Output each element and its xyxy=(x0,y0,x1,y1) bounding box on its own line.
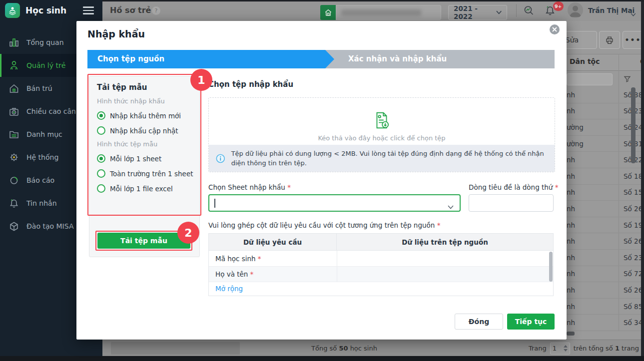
table-row: nhSố 192 xyxy=(567,217,644,234)
modal-title: Nhập khẩu xyxy=(87,28,145,39)
topbar: Hồ sơ trẻ ? 2021 - 2022 9+ xyxy=(102,0,644,21)
table-row: nhSố 26 P xyxy=(567,233,644,250)
table-row: nhSố 85 P xyxy=(567,299,644,315)
folder-icon xyxy=(8,128,20,140)
stepper-arrows-icon[interactable] xyxy=(564,345,568,352)
sidebar-item-label: Tổng quan xyxy=(26,38,64,46)
window-edge-right xyxy=(641,0,644,361)
radio-icon[interactable] xyxy=(97,169,105,178)
mapping-scrollbar-thumb[interactable] xyxy=(549,252,553,282)
total-value: 50 xyxy=(339,345,348,352)
table-row: nhSố 265 xyxy=(567,201,644,217)
continue-button[interactable]: Tiếp tục xyxy=(507,314,555,330)
user-chevron-down-icon[interactable] xyxy=(631,9,636,18)
table-row: nhSố 239 xyxy=(567,250,644,266)
required-marker: * xyxy=(250,270,253,278)
mapping-table: Dữ liệu yêu cầu Dữ liệu trên tệp nguồn M… xyxy=(208,233,554,296)
medical-kit-icon xyxy=(8,105,20,117)
pagination: Trang 1 trên tổng số 1 trang xyxy=(529,340,639,357)
file-dropzone-wrap: Kéo thả vào đây hoặc click để chọn tệp T… xyxy=(208,97,555,172)
mapping-source-cell[interactable] xyxy=(337,251,553,266)
sidebar-item-label: Quản lý trẻ xyxy=(26,61,65,69)
column-source-data: Dữ liệu trên tệp nguồn xyxy=(337,234,553,250)
file-section-title: Chọn tệp nhập khẩu xyxy=(208,80,293,89)
sheet-select-label: Chọn Sheet nhập khẩu * xyxy=(208,183,291,191)
mapping-table-header: Dữ liệu yêu cầu Dữ liệu trên tệp nguồn xyxy=(209,234,553,251)
download-template-button[interactable]: Tải tệp mẫu xyxy=(97,233,190,249)
horizontal-scrollbar-thumb[interactable] xyxy=(567,332,575,336)
radio-import-new[interactable]: Nhập khẩu thêm mới xyxy=(97,111,192,120)
radio-selected-icon[interactable] xyxy=(97,111,105,120)
radio-selected-icon[interactable] xyxy=(97,154,105,163)
cube-icon xyxy=(8,220,20,232)
gear-icon xyxy=(8,151,20,163)
required-marker: * xyxy=(555,183,559,191)
status-bar: Tổng số 50 học sinh Trang 1 trên tổng số… xyxy=(102,340,644,356)
vertical-scrollbar-thumb[interactable] xyxy=(631,87,636,163)
file-info-strip: Tệp dữ liệu phải có dung lượng < 2MB. Vu… xyxy=(209,145,555,172)
radio-import-update[interactable]: Nhập khẩu cập nhật xyxy=(97,126,192,135)
info-icon xyxy=(216,153,225,164)
step-choose-source[interactable]: Chọn tệp nguồn xyxy=(87,50,334,68)
app-logo-icon xyxy=(5,3,20,18)
radio-label: Mỗi lớp 1 sheet xyxy=(110,155,161,163)
radio-label: Toàn trường trên 1 sheet xyxy=(110,170,193,178)
step-confirm-import[interactable]: Xác nhận và nhập khẩu xyxy=(315,50,555,68)
filter-funnel-icon[interactable] xyxy=(624,75,631,85)
sheet-select[interactable] xyxy=(208,194,461,212)
printer-icon xyxy=(605,35,615,45)
step-label: Xác nhận và nhập khẩu xyxy=(348,50,555,68)
sidebar-header: Học sinh xyxy=(0,0,102,21)
print-button[interactable] xyxy=(599,31,620,49)
file-info-text: Tệp dữ liệu phải có dung lượng < 2MB. Vu… xyxy=(231,149,548,168)
bg-filter-input[interactable] xyxy=(567,73,613,85)
hamburger-menu-icon[interactable] xyxy=(83,4,94,16)
more-dots-icon: ••• xyxy=(625,36,642,44)
sidebar-item-label: Tin nhắn xyxy=(26,199,57,207)
total-count: Tổng số 50 học sinh xyxy=(311,340,377,357)
radio-label: Nhập khẩu cập nhật xyxy=(110,127,178,135)
app-title: Học sinh xyxy=(25,5,66,15)
user-menu[interactable]: Trần Thị Mai xyxy=(588,0,635,21)
table-row: nhSố 72 P xyxy=(567,266,644,283)
close-button[interactable]: Đóng xyxy=(455,314,503,330)
app-root: Học sinh Tổng quan Quản lý trẻ xyxy=(0,0,644,361)
school-year-select[interactable]: 2021 - 2022 xyxy=(448,5,507,20)
required-marker: * xyxy=(258,255,261,263)
radio-icon[interactable] xyxy=(97,184,105,193)
more-button[interactable]: ••• xyxy=(623,31,644,49)
expand-link[interactable]: Mở rộng xyxy=(209,285,243,293)
search-insights-icon[interactable] xyxy=(522,4,536,19)
bar-chart-icon xyxy=(8,36,20,48)
import-type-group-label: Hình thức nhập khẩu xyxy=(97,97,192,105)
import-modal: Nhập khẩu Xác nhận và nhập khẩu Chọn tệp… xyxy=(76,21,567,340)
radio-icon[interactable] xyxy=(97,126,105,135)
school-year-value: 2021 - 2022 xyxy=(454,4,496,20)
school-name-field[interactable] xyxy=(336,5,441,20)
avatar[interactable] xyxy=(568,2,583,18)
home-button[interactable] xyxy=(320,5,336,20)
mapping-instruction: Vui lòng ghép cột dữ liệu yêu cầu với cộ… xyxy=(208,221,440,229)
wizard-steps: Xác nhận và nhập khẩu Chọn tệp nguồn xyxy=(87,50,555,68)
file-dropzone[interactable]: Kéo thả vào đây hoặc click để chọn tệp xyxy=(209,98,555,145)
help-icon[interactable]: ? xyxy=(152,6,160,15)
template-panel-title: Tải tệp mẫu xyxy=(97,83,192,92)
radio-label: Nhập khẩu thêm mới xyxy=(110,112,181,120)
header-row-input[interactable] xyxy=(469,194,554,212)
mapping-source-cell[interactable] xyxy=(337,267,553,282)
person-icon xyxy=(8,59,20,71)
page-value: 1 xyxy=(553,345,564,352)
sidebar-item-label: Báo cáo xyxy=(26,176,54,184)
page-label: Trang xyxy=(529,345,547,352)
radio-whole-school-one-sheet[interactable]: Toàn trường trên 1 sheet xyxy=(97,169,192,178)
bg-column-dan-toc: Dân tộc xyxy=(570,57,600,65)
page-number-stepper[interactable]: 1 xyxy=(550,343,570,355)
window-edge-top xyxy=(102,0,644,1)
radio-one-sheet-per-class[interactable]: Mỗi lớp 1 sheet xyxy=(97,154,192,163)
table-row: nhSố 150 xyxy=(567,185,644,201)
radio-label: Mỗi lớp 1 file excel xyxy=(110,185,173,193)
header-row-label: Dòng tiêu đề là dòng thứ * xyxy=(469,183,558,191)
radio-one-file-per-class[interactable]: Mỗi lớp 1 file excel xyxy=(97,184,192,193)
close-icon[interactable] xyxy=(550,24,560,34)
mapping-row-student-code: Mã học sinh * xyxy=(209,251,553,267)
